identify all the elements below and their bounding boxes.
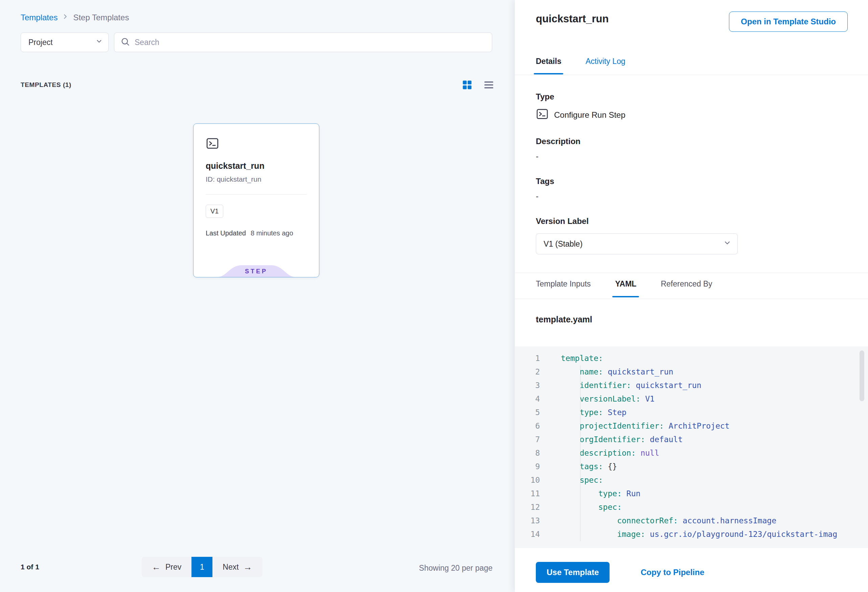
yaml-text: tags: {}	[540, 460, 617, 473]
use-template-button[interactable]: Use Template	[536, 562, 610, 583]
subtab-template-inputs[interactable]: Template Inputs	[536, 279, 590, 289]
subtabs-divider-top	[515, 273, 868, 273]
version-select[interactable]: V1 (Stable)	[536, 233, 738, 254]
next-page-button[interactable]: Next →	[213, 557, 262, 577]
indent-guide	[580, 365, 580, 541]
prev-page-button[interactable]: ← Prev	[142, 557, 192, 577]
yaml-text: spec:	[540, 500, 622, 514]
subtab-referenced-by[interactable]: Referenced By	[661, 279, 712, 289]
list-view-icon[interactable]	[483, 79, 495, 91]
yaml-token: null	[636, 449, 659, 458]
description-label: Description	[536, 137, 745, 146]
yaml-line: 8 description: null	[515, 446, 868, 460]
next-page-label: Next	[223, 562, 239, 572]
yaml-token: quickstart_run	[603, 368, 673, 376]
terminal-icon	[536, 108, 549, 123]
step-ribbon-label: STEP	[217, 265, 295, 277]
yaml-text: description: null	[540, 446, 659, 460]
last-updated-value: 8 minutes ago	[251, 229, 293, 237]
yaml-text: connectorRef: account.harnessImage	[540, 514, 776, 527]
line-number: 14	[515, 527, 540, 541]
tab-details[interactable]: Details	[536, 57, 561, 66]
tags-label: Tags	[536, 177, 745, 186]
pagination: ← Prev 1 Next →	[142, 557, 263, 577]
template-card[interactable]: quickstart_run ID: quickstart_run V1 Las…	[193, 124, 319, 278]
yaml-token: type:	[561, 408, 603, 417]
template-details-drawer: quickstart_run Open in Template Studio D…	[515, 0, 868, 592]
yaml-token: projectIdentifier:	[561, 422, 664, 430]
yaml-token: us.gcr.io/playground-123/quickstart-imag	[645, 530, 837, 539]
grid-view-icon[interactable]	[461, 79, 473, 91]
copy-to-pipeline-button[interactable]: Copy to Pipeline	[641, 568, 704, 577]
last-updated-row: Last Updated 8 minutes ago	[206, 229, 307, 237]
yaml-token: {}	[603, 462, 617, 471]
pagination-count: 1 of 1	[21, 563, 39, 571]
yaml-line: 11 type: Run	[515, 487, 868, 500]
yaml-file-name: template.yaml	[536, 314, 592, 325]
yaml-code: 1template:2 name: quickstart_run3 identi…	[515, 351, 868, 541]
scope-select-value: Project	[28, 38, 53, 47]
yaml-line: 12 spec:	[515, 500, 868, 514]
yaml-line: 9 tags: {}	[515, 460, 868, 473]
open-template-studio-button[interactable]: Open in Template Studio	[729, 12, 848, 32]
line-number: 11	[515, 487, 540, 500]
yaml-line: 2 name: quickstart_run	[515, 365, 868, 378]
line-number: 3	[515, 378, 540, 392]
search-box	[114, 32, 492, 52]
yaml-token: type:	[561, 489, 622, 498]
terminal-icon	[206, 145, 219, 151]
breadcrumb-current: Step Templates	[73, 13, 129, 22]
scrollbar-thumb[interactable]	[859, 350, 864, 401]
yaml-token: identifier:	[561, 381, 631, 390]
type-value: Configure Run Step	[554, 110, 626, 120]
yaml-token: Run	[622, 489, 640, 498]
line-number: 8	[515, 446, 540, 460]
prev-page-label: Prev	[165, 562, 181, 572]
yaml-token: quickstart_run	[631, 381, 701, 390]
version-badge: V1	[206, 205, 223, 218]
search-icon	[120, 37, 130, 48]
tabs-divider	[515, 75, 868, 75]
yaml-text: name: quickstart_run	[540, 365, 673, 378]
chevron-right-icon	[62, 13, 69, 22]
yaml-line: 4 versionLabel: V1	[515, 392, 868, 406]
templates-count: TEMPLATES (1)	[21, 81, 71, 89]
yaml-text: identifier: quickstart_run	[540, 378, 701, 392]
version-label: Version Label	[536, 217, 745, 226]
tab-activity-log[interactable]: Activity Log	[586, 57, 626, 66]
yaml-editor[interactable]: 1template:2 name: quickstart_run3 identi…	[515, 346, 868, 548]
drawer-title: quickstart_run	[536, 13, 608, 25]
subtabs-divider	[515, 299, 868, 299]
yaml-line: 14 image: us.gcr.io/playground-123/quick…	[515, 527, 868, 541]
scope-select[interactable]: Project	[21, 32, 109, 52]
tags-value: -	[536, 192, 745, 201]
line-number: 7	[515, 433, 540, 446]
list-header-row: TEMPLATES (1)	[21, 79, 495, 91]
line-number: 12	[515, 500, 540, 514]
page-number-button[interactable]: 1	[192, 557, 213, 577]
yaml-line: 10 spec:	[515, 473, 868, 487]
yaml-token: Step	[603, 408, 626, 417]
yaml-line: 3 identifier: quickstart_run	[515, 378, 868, 392]
search-input[interactable]	[134, 38, 486, 47]
subtab-yaml[interactable]: YAML	[615, 279, 636, 289]
line-number: 9	[515, 460, 540, 473]
yaml-token: account.harnessImage	[678, 516, 776, 525]
filter-row: Project	[21, 32, 492, 52]
yaml-line: 5 type: Step	[515, 406, 868, 419]
line-number: 1	[515, 351, 540, 365]
line-number: 2	[515, 365, 540, 378]
yaml-token: V1	[640, 394, 655, 403]
yaml-line: 13 connectorRef: account.harnessImage	[515, 514, 868, 527]
yaml-line: 7 orgIdentifier: default	[515, 433, 868, 446]
chevron-down-icon	[95, 38, 103, 47]
breadcrumb-link-templates[interactable]: Templates	[21, 13, 58, 22]
yaml-text: template:	[540, 351, 603, 365]
type-value-row: Configure Run Step	[536, 108, 745, 123]
arrow-left-icon: ←	[152, 562, 161, 572]
yaml-text: projectIdentifier: ArchitProject	[540, 419, 730, 433]
card-divider	[206, 194, 307, 195]
yaml-token: description:	[561, 449, 636, 458]
page-size-info: Showing 20 per page	[419, 564, 493, 573]
line-number: 10	[515, 473, 540, 487]
